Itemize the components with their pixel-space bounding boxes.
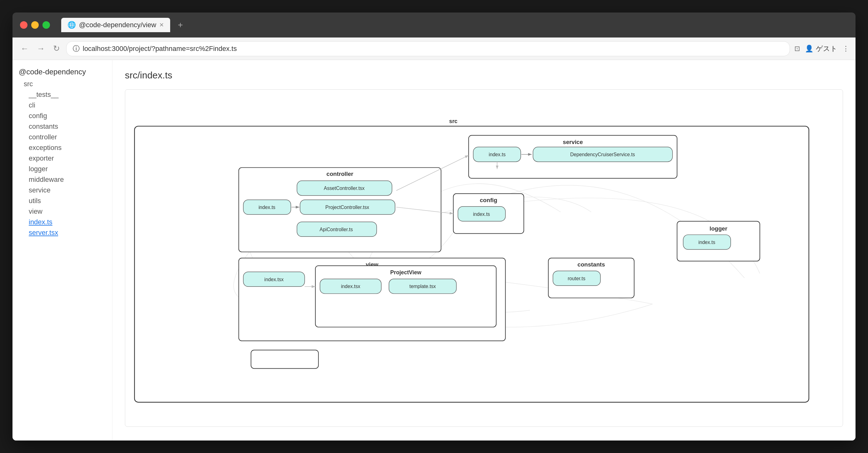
sidebar-item-server-tsx[interactable]: server.tsx	[19, 228, 106, 238]
minimize-button[interactable]	[31, 21, 39, 29]
nav-bar: ← → ↻ ⓘ localhost:3000/project/?pathname…	[12, 37, 856, 60]
sidebar: @code-dependency src __tests__ cli confi…	[12, 60, 113, 441]
user-icon: 👤	[805, 45, 813, 53]
sidebar-item-tests[interactable]: __tests__	[19, 89, 106, 100]
browser-window: 🌐 @code-dependency/view ✕ + ← → ↻ ⓘ loca…	[12, 12, 856, 441]
sidebar-item-config[interactable]: config	[19, 111, 106, 121]
sidebar-item-logger[interactable]: logger	[19, 164, 106, 174]
close-button[interactable]	[20, 21, 28, 29]
view-index-label: index.tsx	[265, 277, 284, 282]
sidebar-item-exceptions[interactable]: exceptions	[19, 143, 106, 153]
refresh-button[interactable]: ↻	[51, 42, 62, 55]
user-label: ゲスト	[816, 44, 837, 53]
asset-controller-label: AssetController.tsx	[324, 186, 365, 191]
middleware-group-box	[251, 350, 318, 369]
sidebar-item-exporter[interactable]: exporter	[19, 153, 106, 164]
logger-index-label: index.ts	[699, 240, 715, 245]
title-bar: 🌐 @code-dependency/view ✕ +	[12, 12, 856, 37]
dependency-diagram: src	[131, 96, 836, 420]
tab-close-icon[interactable]: ✕	[159, 22, 164, 28]
constants-label: constants	[578, 261, 605, 268]
tab-title: @code-dependency/view	[79, 21, 156, 29]
new-tab-button[interactable]: +	[178, 20, 183, 30]
sidebar-item-service[interactable]: service	[19, 185, 106, 195]
sidebar-item-middleware[interactable]: middleware	[19, 174, 106, 185]
menu-button[interactable]: ⋮	[842, 45, 849, 53]
constants-router-label: router.ts	[568, 276, 585, 281]
sidebar-item-controller[interactable]: controller	[19, 132, 106, 143]
main-content: @code-dependency src __tests__ cli confi…	[12, 60, 856, 441]
nav-actions: ⊡ 👤 ゲスト ⋮	[794, 44, 849, 53]
controller-label: controller	[327, 171, 353, 177]
sidebar-item-cli[interactable]: cli	[19, 100, 106, 111]
config-index-label: index.ts	[473, 212, 490, 217]
sidebar-item-view[interactable]: view	[19, 206, 106, 217]
project-view-index-label: index.tsx	[341, 284, 360, 289]
traffic-lights	[20, 21, 50, 29]
sidebar-item-constants[interactable]: constants	[19, 121, 106, 132]
browser-tab[interactable]: 🌐 @code-dependency/view ✕	[61, 18, 170, 32]
diagram-container: src	[125, 89, 843, 427]
sidebar-root: @code-dependency	[19, 67, 106, 76]
page-title: src/index.ts	[125, 70, 843, 81]
user-button[interactable]: 👤 ゲスト	[805, 44, 837, 53]
sidebar-item-src[interactable]: src	[19, 79, 106, 89]
project-controller-label: ProjectController.tsx	[326, 205, 369, 210]
src-label: src	[449, 118, 458, 124]
controller-index-label: index.ts	[258, 205, 275, 210]
service-index-ts-label: index.ts	[489, 152, 505, 157]
forward-button[interactable]: →	[35, 42, 47, 55]
address-bar[interactable]: ⓘ localhost:3000/project/?pathname=src%2…	[66, 41, 790, 56]
sidebar-item-index-ts[interactable]: index.ts	[19, 217, 106, 228]
api-controller-label: ApiController.ts	[320, 227, 353, 232]
project-view-label: ProjectView	[390, 269, 422, 276]
service-label: service	[563, 139, 583, 145]
sidebar-item-utils[interactable]: utils	[19, 195, 106, 206]
url-text: localhost:3000/project/?pathname=src%2Fi…	[83, 45, 237, 53]
back-button[interactable]: ←	[19, 42, 31, 55]
project-view-template-label: template.tsx	[409, 284, 436, 289]
translate-button[interactable]: ⊡	[794, 45, 800, 53]
content-area: src/index.ts src	[113, 60, 856, 441]
security-icon: ⓘ	[73, 44, 80, 53]
config-label: config	[480, 197, 497, 203]
maximize-button[interactable]	[42, 21, 50, 29]
service-dependency-label: DependencyCruiserService.ts	[570, 152, 635, 157]
logger-label: logger	[710, 225, 727, 232]
globe-icon: 🌐	[67, 21, 76, 29]
